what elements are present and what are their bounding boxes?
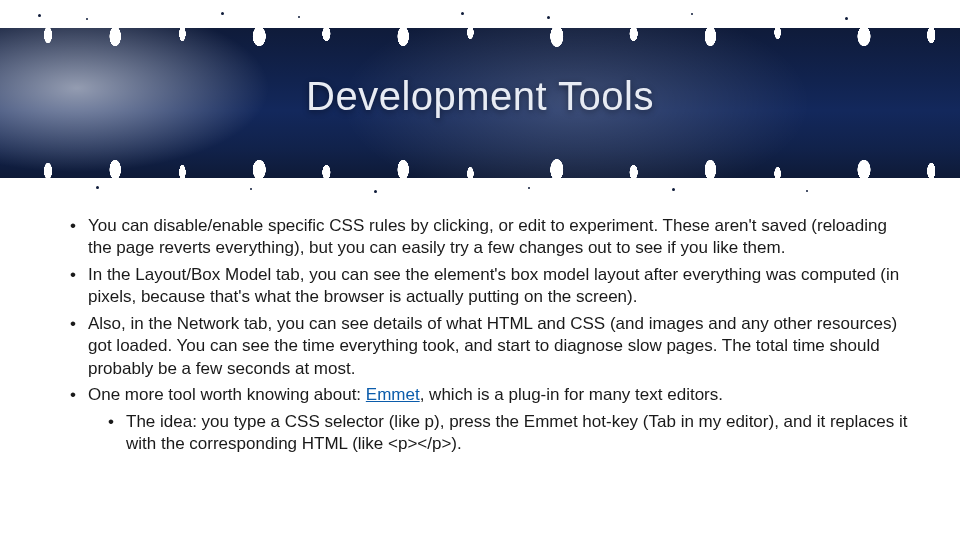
- list-item: You can disable/enable specific CSS rule…: [64, 215, 912, 260]
- list-item-text: The idea: you type a CSS selector (like …: [126, 412, 907, 453]
- list-item: Also, in the Network tab, you can see de…: [64, 313, 912, 380]
- list-item: In the Layout/Box Model tab, you can see…: [64, 264, 912, 309]
- slide-body: You can disable/enable specific CSS rule…: [64, 215, 912, 459]
- nested-bullet-list: The idea: you type a CSS selector (like …: [88, 411, 912, 456]
- emmet-link[interactable]: Emmet: [366, 385, 420, 404]
- list-item-text-before: One more tool worth knowing about:: [88, 385, 366, 404]
- slide-title: Development Tools: [0, 74, 960, 119]
- list-item: The idea: you type a CSS selector (like …: [102, 411, 912, 456]
- bullet-list: You can disable/enable specific CSS rule…: [64, 215, 912, 455]
- list-item-text-after: , which is a plug-in for many text edito…: [420, 385, 723, 404]
- list-item-text: In the Layout/Box Model tab, you can see…: [88, 265, 899, 306]
- list-item: One more tool worth knowing about: Emmet…: [64, 384, 912, 455]
- title-banner: Development Tools: [0, 28, 960, 178]
- list-item-text: Also, in the Network tab, you can see de…: [88, 314, 897, 378]
- list-item-text: You can disable/enable specific CSS rule…: [88, 216, 887, 257]
